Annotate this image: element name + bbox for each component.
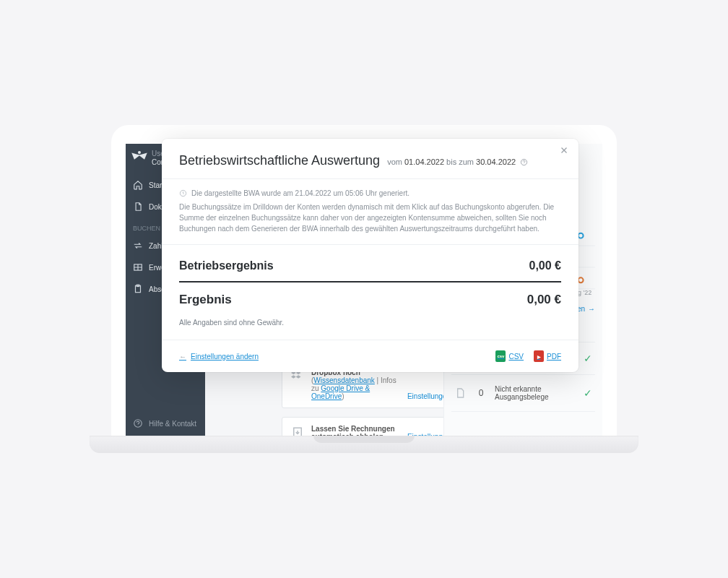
card-meta: (Wissensdatenbank | Infos zu Google Driv…: [311, 376, 400, 400]
document-icon: [454, 387, 467, 399]
export-csv-link[interactable]: csv CSV: [495, 350, 524, 362]
modal-close-button[interactable]: [560, 146, 568, 155]
info-icon[interactable]: [520, 158, 528, 166]
gdrive-link[interactable]: Google Drive & OneDrive: [311, 384, 370, 400]
row-value: 0,00 €: [529, 259, 561, 272]
info-paragraph: Die Buchungssätze im Drilldown der Konte…: [179, 202, 561, 234]
home-icon: [133, 180, 143, 190]
settings-change-link[interactable]: ← Einstellungen ändern: [179, 353, 259, 361]
bwa-modal: Betriebswirtschaftliche Auswertung vom 0…: [162, 139, 578, 372]
wissensdatenbank-link[interactable]: Wissensdatenbank: [313, 376, 375, 384]
modal-date-range: vom 01.04.2022 bis zum 30.04.2022: [387, 158, 528, 166]
modal-title: Betriebswirtschaftliche Auswertung: [179, 153, 380, 168]
nav-item-help[interactable]: Hilfe & Kontakt: [126, 411, 205, 436]
export-pdf-link[interactable]: ▶ PDF: [534, 350, 561, 362]
document-icon: [133, 202, 143, 212]
fetch-icon: [291, 425, 304, 436]
modal-body: Betriebsergebnis 0,00 € Ergebnis 0,00 € …: [162, 245, 578, 340]
csv-file-icon: csv: [495, 350, 506, 362]
arrow-right-icon: →: [588, 305, 595, 313]
check-icon: ✓: [584, 353, 592, 364]
modal-info: Die dargestellte BWA wurde am 21.04.2022…: [162, 179, 578, 245]
receipt-count: 0: [474, 388, 488, 398]
pdf-file-icon: ▶: [534, 350, 544, 362]
disclaimer: Alle Angaben sind ohne Gewähr.: [179, 319, 561, 327]
card-rechnungen: Lassen Sie Rechnungen automatisch abhole…: [282, 417, 469, 436]
row-value: 0,00 €: [527, 293, 561, 307]
check-icon: ✓: [584, 387, 592, 399]
svg-point-14: [578, 277, 584, 282]
row-label: Betriebsergebnis: [179, 259, 274, 272]
export-links: csv CSV ▶ PDF: [495, 350, 561, 362]
modal-header: Betriebswirtschaftliche Auswertung vom 0…: [162, 139, 578, 179]
receipt-label: Nicht erkannte Ausgangsbelege: [495, 385, 576, 401]
dropbox-icon: [291, 368, 304, 400]
arrow-left-icon: ←: [179, 353, 186, 361]
card-title: Lassen Sie Rechnungen automatisch abhole…: [311, 425, 400, 436]
svg-point-11: [578, 233, 584, 238]
receipt-row: 0 Nicht erkannte Ausgangsbelege ✓: [451, 375, 595, 412]
laptop-base: [90, 436, 638, 453]
close-icon: [560, 146, 568, 155]
help-label: Hilfe & Kontakt: [149, 420, 196, 428]
laptop-notch: [313, 436, 415, 443]
grid-icon: [133, 262, 143, 272]
row-betriebsergebnis: Betriebsergebnis 0,00 €: [179, 251, 561, 281]
row-ergebnis: Ergebnis 0,00 €: [179, 281, 561, 316]
transfer-icon: [133, 241, 143, 251]
help-icon: [133, 418, 143, 428]
row-label: Ergebnis: [179, 293, 232, 307]
clipboard-icon: [133, 284, 143, 294]
generated-text: Die dargestellte BWA wurde am 21.04.2022…: [191, 189, 410, 197]
clock-icon: [179, 189, 187, 197]
modal-footer: ← Einstellungen ändern csv CSV ▶ PDF: [162, 340, 578, 372]
logo-icon: [131, 150, 147, 165]
